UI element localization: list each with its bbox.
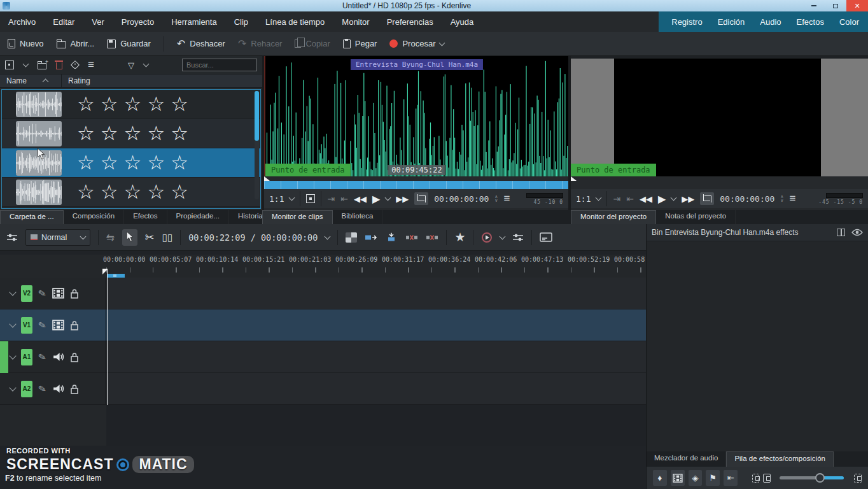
tab-carpeta-de-proyecto[interactable]: Carpeta de ... <box>0 210 64 224</box>
set-out-point-button[interactable]: ⇤ <box>626 194 634 204</box>
track-mode-dropdown[interactable]: Normal <box>25 229 90 246</box>
track-tag[interactable]: V2 <box>21 285 32 302</box>
clip-monitor-video[interactable]: Entrevista Byung-Chul Han.m4a Punto de e… <box>264 56 568 176</box>
timeline-track[interactable]: V2 ✎ <box>0 278 646 309</box>
star-icon[interactable]: ☆ <box>77 152 101 174</box>
project-monitor-video[interactable]: Punto de entrada <box>571 56 868 176</box>
timeline-track[interactable]: A2 ✎ <box>0 373 646 405</box>
workspace-registro[interactable]: Registro <box>671 17 702 27</box>
column-header-rating[interactable]: Rating <box>62 76 90 85</box>
speaker-icon[interactable] <box>52 383 64 394</box>
track-header[interactable]: V1 ✎ <box>0 309 106 341</box>
close-button[interactable]: ✕ <box>846 0 868 11</box>
star-icon[interactable]: ☆ <box>77 181 101 203</box>
menu-proyecto[interactable]: Proyecto <box>122 17 154 27</box>
timeline-timecode[interactable]: 00:00:22:09 / 00:00:00:00 <box>188 232 318 243</box>
timeline-zoom-slider[interactable] <box>780 473 844 483</box>
monitor-zoom-level[interactable]: 1:1 <box>269 194 284 204</box>
menu-ayuda[interactable]: Ayuda <box>451 17 474 27</box>
chevron-down-icon[interactable] <box>439 39 445 46</box>
star-icon[interactable]: ☆ <box>171 152 194 174</box>
zone-trim-button[interactable] <box>414 192 428 205</box>
video-thumbnails-toggle-button[interactable] <box>671 470 685 486</box>
timeline-ruler[interactable]: 00:00:00:0000:00:05:0700:00:10:1400:00:1… <box>0 255 646 278</box>
slider-handle[interactable] <box>815 473 825 483</box>
filter-button[interactable]: ▽ <box>128 60 134 70</box>
film-icon[interactable] <box>52 288 64 299</box>
timeline-empty-area[interactable] <box>0 405 646 446</box>
tag-button[interactable] <box>72 62 78 68</box>
star-icon[interactable]: ☆ <box>101 181 124 203</box>
chevron-down-icon[interactable] <box>143 61 150 67</box>
tab-pila-de-efectos[interactable]: Pila de efectos/composición <box>726 451 834 467</box>
insert-zone-button[interactable] <box>365 232 377 242</box>
lock-icon[interactable] <box>70 384 79 394</box>
favorite-effects-button[interactable]: ★ <box>454 230 465 244</box>
mixed-audio-video-toggle[interactable]: ⇆ <box>106 232 115 243</box>
star-icon[interactable]: ☆ <box>101 122 124 145</box>
preview-render-button[interactable] <box>481 232 493 243</box>
split-view-icon[interactable] <box>837 229 845 236</box>
razor-tool-button[interactable]: ✂ <box>145 230 155 244</box>
menu-herramienta[interactable]: Herramienta <box>171 17 217 27</box>
lift-zone-button[interactable] <box>426 232 438 242</box>
zone-mode-button[interactable] <box>306 194 315 203</box>
set-in-point-button[interactable]: ⇥ <box>613 194 620 204</box>
bin-clip-row[interactable]: ☆☆☆☆☆ <box>2 207 260 209</box>
rating-stars[interactable]: ☆☆☆☆☆ <box>77 151 194 174</box>
monitor-ruler[interactable] <box>571 176 868 181</box>
lock-icon[interactable] <box>70 288 79 299</box>
clip-monitor-zoombar[interactable] <box>264 181 568 189</box>
scrollbar-thumb[interactable] <box>255 91 259 141</box>
monitor-ruler[interactable] <box>264 176 568 181</box>
track-effects-icon[interactable]: ✎ <box>38 287 48 300</box>
track-lane[interactable] <box>106 309 646 341</box>
star-icon[interactable]: ☆ <box>124 181 148 203</box>
menu-preferencias[interactable]: Preferencias <box>387 17 433 27</box>
compositing-toggle[interactable] <box>346 232 357 243</box>
star-icon[interactable]: ☆ <box>171 181 194 203</box>
chevron-down-icon[interactable] <box>9 352 16 359</box>
timecode-spinner[interactable]: ∧∨ <box>494 195 498 203</box>
menu-editar[interactable]: Editar <box>53 17 74 27</box>
minimize-button[interactable] <box>803 0 825 11</box>
spacer-tool-button[interactable]: ▯▯ <box>162 232 173 243</box>
menu-archivo[interactable]: Archivo <box>8 17 36 27</box>
track-settings-icon[interactable] <box>6 232 18 243</box>
set-in-point-button[interactable]: ⇥ <box>327 194 335 204</box>
workspace-edicion[interactable]: Edición <box>718 17 745 27</box>
tab-mezclador-de-audio[interactable]: Mezclador de audio <box>647 451 726 467</box>
monitor-menu-button[interactable]: ≡ <box>789 192 795 205</box>
bin-clip-row[interactable]: ☆☆☆☆☆ <box>2 119 260 148</box>
chevron-down-icon[interactable] <box>289 195 295 201</box>
chevron-down-icon[interactable] <box>23 61 29 67</box>
zoom-fit-zone-button[interactable] <box>752 474 760 483</box>
track-header[interactable]: A1 ✎ <box>0 341 106 372</box>
selection-tool-button[interactable] <box>122 229 137 246</box>
tab-monitor-del-proyecto[interactable]: Monitor del proyecto <box>571 210 656 224</box>
create-folder-button[interactable] <box>38 61 46 69</box>
track-header[interactable]: A2 ✎ <box>0 373 106 404</box>
chevron-down-icon[interactable] <box>500 233 506 239</box>
track-effects-icon[interactable]: ✎ <box>38 319 48 332</box>
bin-clip-row[interactable]: ☆☆☆☆☆ <box>2 90 260 119</box>
fast-forward-button[interactable]: ▶▶ <box>682 194 694 204</box>
play-button[interactable]: ▶ <box>372 193 380 205</box>
star-icon[interactable]: ☆ <box>101 93 124 115</box>
bin-scrollbar[interactable] <box>255 91 259 199</box>
fast-forward-button[interactable]: ▶▶ <box>396 194 409 204</box>
subtitle-tool-button[interactable] <box>540 232 552 242</box>
lock-icon[interactable] <box>70 352 79 362</box>
playhead-line[interactable] <box>107 269 108 405</box>
open-button[interactable]: Abrir... <box>57 39 95 48</box>
track-lane[interactable] <box>106 341 646 372</box>
bin-menu-button[interactable]: ≡ <box>88 59 94 71</box>
star-icon[interactable]: ☆ <box>171 122 194 145</box>
track-tag[interactable]: V1 <box>21 317 32 334</box>
timeline-track[interactable]: A1 ✎ <box>0 341 646 373</box>
monitor-timecode[interactable]: 00:00:00:00 <box>434 194 489 204</box>
new-button[interactable]: Nuevo <box>8 39 44 48</box>
rating-stars[interactable]: ☆☆☆☆☆ <box>77 122 194 145</box>
tab-propiedades[interactable]: Propiedade... <box>167 210 229 224</box>
tag-toggle-button[interactable]: ♦ <box>653 470 667 486</box>
